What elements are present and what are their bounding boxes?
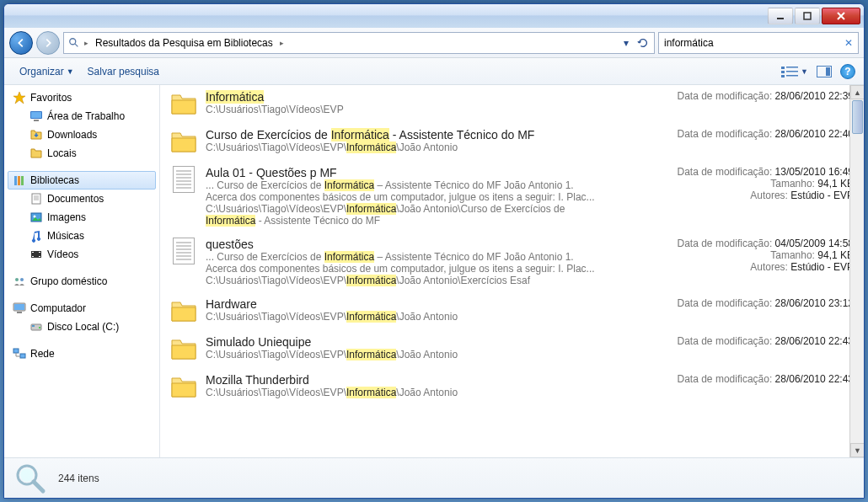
scrollbar[interactable]: ▲ ▼ [849, 85, 864, 457]
result-meta: Data de modificação: 13/05/2010 16:49Tam… [609, 166, 854, 227]
navigation-pane[interactable]: Favoritos Área de Trabalho Downloads Loc… [4, 85, 160, 457]
address-bar[interactable]: ▸ Resultados da Pesquisa em Bibliotecas … [63, 32, 655, 54]
document-icon [170, 238, 197, 264]
view-button[interactable]: ▼ [780, 65, 808, 78]
clear-search-button[interactable]: ✕ [844, 37, 853, 49]
sidebar-network[interactable]: Rede [4, 344, 159, 363]
svg-point-26 [20, 278, 24, 281]
result-path: C:\Usuários\Tiago\Vídeos\EVP\Informática… [206, 311, 601, 323]
result-meta: Data de modificação: 28/06/2010 23:12 [609, 297, 854, 324]
chevron-right-icon: ▸ [280, 39, 284, 47]
result-row[interactable]: InformáticaC:\Usuários\Tiago\Vídeos\EVPD… [160, 85, 864, 123]
scroll-thumb[interactable] [852, 100, 863, 134]
result-row[interactable]: Simulado UniequipeC:\Usuários\Tiago\Víde… [160, 330, 864, 368]
music-icon [29, 229, 43, 243]
homegroup-label: Grupo doméstico [30, 275, 107, 287]
svg-rect-5 [781, 71, 785, 73]
scroll-up-button[interactable]: ▲ [850, 85, 864, 99]
documents-icon [29, 192, 43, 206]
result-title: questões [206, 238, 601, 251]
sidebar-item-desktop[interactable]: Área de Trabalho [4, 107, 159, 125]
search-box[interactable]: ✕ [658, 32, 859, 54]
refresh-button[interactable] [635, 35, 651, 51]
homegroup-icon [13, 275, 26, 288]
result-row[interactable]: Aula 01 - Questões p MF... Curso de Exer… [160, 161, 864, 232]
close-button[interactable] [822, 8, 860, 24]
chevron-right-icon: ▸ [84, 39, 88, 47]
svg-rect-0 [777, 18, 784, 19]
result-title: Informática [206, 90, 601, 104]
result-meta: Data de modificação: 04/05/2009 14:58Tam… [609, 238, 854, 286]
result-snippet: ... Curso de Exercícios de Informática –… [206, 251, 601, 275]
result-row[interactable]: Curso de Exercícios de Informática - Ass… [160, 123, 864, 161]
svg-rect-29 [17, 312, 22, 313]
results-pane[interactable]: InformáticaC:\Usuários\Tiago\Vídeos\EVPD… [160, 85, 864, 457]
result-path: C:\Usuários\Tiago\Vídeos\EVP\Informática… [206, 275, 601, 286]
svg-point-36 [20, 468, 34, 482]
folder-icon [170, 335, 197, 362]
save-search-button[interactable]: Salvar pesquisa [81, 62, 166, 81]
sidebar-favorites[interactable]: Favoritos [4, 88, 159, 107]
result-snippet: ... Curso de Exercícios de Informática –… [206, 179, 601, 203]
svg-point-25 [15, 278, 19, 281]
status-count: 244 itens [58, 473, 99, 484]
result-title: Curso de Exercícios de Informática - Ass… [206, 128, 601, 142]
search-input[interactable] [664, 37, 853, 49]
breadcrumb[interactable]: Resultados da Pesquisa em Bibliotecas [92, 35, 276, 51]
drive-icon [29, 320, 43, 334]
star-icon [13, 91, 26, 104]
svg-rect-24 [39, 256, 40, 257]
computer-group: Computador Disco Local (C:) [4, 299, 159, 336]
sidebar-homegroup[interactable]: Grupo doméstico [4, 272, 159, 291]
help-button[interactable]: ? [840, 64, 855, 79]
sidebar-item-places[interactable]: Locais [4, 144, 159, 163]
address-dropdown-button[interactable]: ▾ [619, 35, 634, 51]
result-row[interactable]: questões... Curso de Exercícios de Infor… [160, 232, 864, 292]
sidebar-item-drive-c[interactable]: Disco Local (C:) [4, 318, 159, 336]
search-large-icon [13, 461, 48, 496]
svg-rect-34 [20, 354, 25, 358]
computer-label: Computador [30, 302, 86, 314]
sidebar-item-music[interactable]: Músicas [4, 227, 159, 245]
minimize-button[interactable] [768, 8, 793, 24]
sidebar-computer[interactable]: Computador [4, 299, 159, 318]
result-row[interactable]: HardwareC:\Usuários\Tiago\Vídeos\EVP\Inf… [160, 292, 864, 330]
sidebar-item-images[interactable]: Imagens [4, 208, 159, 227]
forward-button[interactable] [36, 31, 60, 55]
places-icon [29, 147, 43, 160]
sidebar-libraries[interactable]: Bibliotecas [8, 171, 156, 190]
sidebar-item-documents[interactable]: Documentos [4, 190, 159, 208]
result-row[interactable]: Mozilla ThunderbirdC:\Usuários\Tiago\Víd… [160, 368, 864, 406]
maximize-button[interactable] [795, 8, 820, 24]
result-meta: Data de modificação: 28/06/2010 22:43 [609, 373, 854, 400]
result-title: Hardware [206, 297, 601, 311]
back-button[interactable] [9, 31, 33, 55]
titlebar[interactable] [4, 4, 864, 28]
svg-rect-3 [781, 67, 785, 69]
images-icon [29, 211, 43, 224]
computer-icon [13, 302, 26, 315]
result-meta: Data de modificação: 28/06/2010 22:43 [609, 335, 854, 362]
document-icon [170, 166, 197, 193]
result-path: C:\Usuários\Tiago\Vídeos\EVP\Informática… [206, 349, 601, 360]
svg-rect-21 [32, 252, 34, 253]
sidebar-item-videos[interactable]: Vídeos [4, 245, 159, 264]
result-title: Simulado Uniequipe [206, 335, 601, 349]
svg-rect-14 [14, 176, 17, 185]
status-bar: 244 itens [4, 457, 864, 498]
downloads-icon [29, 128, 43, 142]
svg-rect-1 [804, 13, 811, 19]
svg-rect-17 [32, 194, 40, 204]
scroll-down-button[interactable]: ▼ [850, 443, 864, 457]
svg-rect-22 [32, 256, 34, 257]
organize-button[interactable]: Organizar ▼ [13, 62, 81, 81]
result-meta: Data de modificação: 28/06/2010 22:40 [609, 128, 854, 155]
sidebar-item-downloads[interactable]: Downloads [4, 125, 159, 144]
favorites-label: Favoritos [30, 92, 72, 104]
preview-pane-button[interactable] [817, 66, 832, 77]
homegroup-group: Grupo doméstico [4, 272, 159, 291]
result-title: Aula 01 - Questões p MF [206, 166, 601, 179]
folder-icon [170, 128, 197, 155]
svg-rect-16 [21, 176, 24, 185]
svg-rect-28 [14, 304, 24, 310]
